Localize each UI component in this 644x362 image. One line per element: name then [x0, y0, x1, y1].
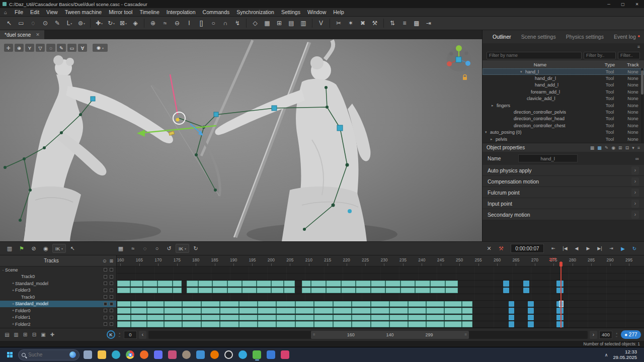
select-icon[interactable]: ↖ [3, 18, 15, 29]
rotate-icon[interactable]: ↻▾ [105, 18, 117, 29]
keyframe-bar[interactable] [556, 308, 563, 314]
close-button[interactable]: ✕ [630, 0, 644, 8]
animation-block[interactable] [302, 281, 458, 287]
v-logo-icon[interactable]: V [315, 18, 327, 29]
column-name[interactable]: Name [482, 62, 598, 67]
track-visibility-checkbox[interactable] [104, 309, 107, 312]
outliner-row[interactable]: hand_add_lToolNone [482, 82, 644, 88]
timeline-scroll-handle[interactable]: ≡ 160 140 299 ≡ [311, 331, 469, 339]
timeline-area[interactable]: 1601651701751801851901952002052102152202… [117, 255, 644, 328]
interval-icon[interactable]: I [183, 18, 195, 29]
outliner-row[interactable]: forearm_add_lToolNone [482, 88, 644, 95]
outliner-row[interactable]: direction_controller_headToolNone [482, 116, 644, 122]
arc-icon[interactable]: ∩ [219, 18, 231, 29]
app-icon-file-explorer[interactable] [96, 348, 108, 361]
collapse-icon[interactable]: ▾ [485, 130, 490, 134]
expand-icon[interactable]: + [11, 288, 15, 293]
section-auto-physics-apply[interactable]: Auto physics apply› [482, 165, 644, 176]
tab-scene-settings[interactable]: Scene settings [516, 34, 561, 40]
app-icon-cascadeur[interactable] [251, 348, 263, 361]
op-tool-icon-3[interactable]: ✎ [605, 145, 609, 150]
jump-start-button[interactable]: ⇤ [548, 243, 559, 253]
keyframe-bar[interactable] [503, 281, 509, 287]
collapse-icon[interactable]: ▾ [520, 70, 525, 74]
keyframe-bar[interactable] [523, 281, 529, 287]
lock-icon[interactable]: ⊠ [109, 258, 113, 263]
menu-item-window[interactable]: Window [304, 9, 330, 16]
keyframe-bar[interactable] [528, 308, 534, 314]
link-icon[interactable]: ∞ [635, 156, 639, 161]
track-visibility-checkbox[interactable] [104, 295, 107, 299]
track-row-standard_model[interactable]: +Standard_model [0, 280, 116, 287]
export-icon[interactable]: ⇥ [423, 18, 435, 29]
expand-icon[interactable]: ▸ [492, 104, 497, 108]
start-button[interactable] [3, 349, 16, 361]
app-icon-telegram[interactable] [236, 348, 249, 361]
app-icon-discord[interactable] [152, 348, 165, 361]
app-icon-edge-browser[interactable] [110, 348, 122, 361]
keyframe-bar[interactable] [509, 321, 515, 327]
redo-icon[interactable]: ↻ [190, 243, 201, 253]
hammer-icon[interactable]: ⚒ [369, 18, 381, 29]
vp-gizmo-icon[interactable]: ✛ [4, 44, 13, 52]
play-button[interactable]: ▶ [583, 243, 594, 253]
unlink-icon[interactable]: ⊘ [28, 243, 39, 253]
wave-icon[interactable]: ≈ [127, 243, 138, 253]
box-select-icon[interactable]: ▭ [15, 18, 27, 29]
outliner-row[interactable]: clavicle_add_lToolNone [482, 96, 644, 102]
search-input[interactable] [28, 352, 61, 357]
op-tool-icon-6[interactable]: ⊟ [625, 145, 629, 150]
vp-ik-icon[interactable]: Y [25, 44, 34, 52]
undo-icon[interactable]: ↺ [164, 243, 175, 253]
track-visibility-checkbox[interactable] [104, 282, 107, 285]
keyframe-bar[interactable] [509, 315, 515, 321]
circle-controller-icon[interactable]: ○ [207, 18, 219, 29]
track-row-folder0[interactable]: +Folder0 [0, 307, 116, 314]
add-point-icon[interactable]: ⊕ [147, 18, 159, 29]
tray-caret-icon[interactable]: ∧ [605, 352, 608, 357]
section-compensation-motion[interactable]: Compensation motion› [482, 176, 644, 187]
op-tool-icon-5[interactable]: ⊞ [618, 145, 622, 150]
track-visibility-checkbox[interactable] [104, 275, 107, 279]
op-tool-icon-2[interactable]: ▩ [597, 145, 602, 150]
expand-icon[interactable]: + [11, 302, 15, 306]
crossing-icon[interactable]: ✕ [484, 243, 495, 253]
animation-block[interactable] [302, 288, 458, 294]
record-icon[interactable]: ◉ [40, 243, 51, 253]
pen-icon[interactable]: ✎ [51, 18, 63, 29]
tab-outliner[interactable]: Outliner [488, 34, 516, 40]
timeline-ruler[interactable]: 1601651701751801851901952002052102152202… [117, 255, 644, 266]
play-blue-button[interactable]: ▶ [617, 243, 628, 253]
app-icon-calculator[interactable] [194, 348, 207, 361]
track-lock-checkbox[interactable] [110, 282, 113, 285]
minimize-button[interactable]: ─ [602, 0, 616, 8]
next-key-button[interactable]: ⇥ [606, 243, 617, 253]
column-track[interactable]: Track [622, 62, 644, 67]
track-lock-checkbox[interactable] [110, 295, 113, 299]
fulcrum-marker[interactable] [169, 131, 174, 136]
menu-item-settings[interactable]: Settings [278, 9, 304, 16]
op-tool-icon-8[interactable]: ≡ [637, 145, 640, 150]
op-tool-icon-4[interactable]: ◉ [611, 145, 615, 150]
keyframe-bar[interactable] [528, 321, 534, 327]
grid2-icon[interactable]: ▩ [411, 18, 423, 29]
track-lock-checkbox[interactable] [110, 322, 113, 326]
keyframe-bar[interactable] [503, 288, 509, 294]
track-lock-checkbox[interactable] [110, 316, 113, 319]
bb-grid-icon[interactable]: ▤ [3, 331, 11, 339]
track-row-folder1[interactable]: +Folder1 [0, 314, 116, 321]
track-visibility-checkbox[interactable] [104, 268, 107, 272]
scale-icon[interactable]: ⊠▾ [117, 18, 129, 29]
copilot-icon[interactable] [69, 351, 76, 358]
outliner-row[interactable]: ▾auto_posing (0)ToolNone [482, 129, 644, 136]
taskbar-search[interactable] [18, 349, 79, 360]
brackets-icon[interactable]: [] [195, 18, 207, 29]
pointer-icon[interactable]: ↖ [67, 243, 78, 253]
hamburger-icon[interactable]: ≡ [637, 44, 640, 49]
key-button[interactable]: K [107, 330, 115, 339]
op-tool-icon-7[interactable]: ▾ [632, 145, 634, 150]
run-icon[interactable]: ↯ [231, 18, 244, 29]
next-frame-button[interactable]: ▶| [594, 243, 605, 253]
tab-duel-scene[interactable]: *duel scene ✕ [0, 30, 44, 39]
pose-icon[interactable]: ◈ [129, 18, 141, 29]
